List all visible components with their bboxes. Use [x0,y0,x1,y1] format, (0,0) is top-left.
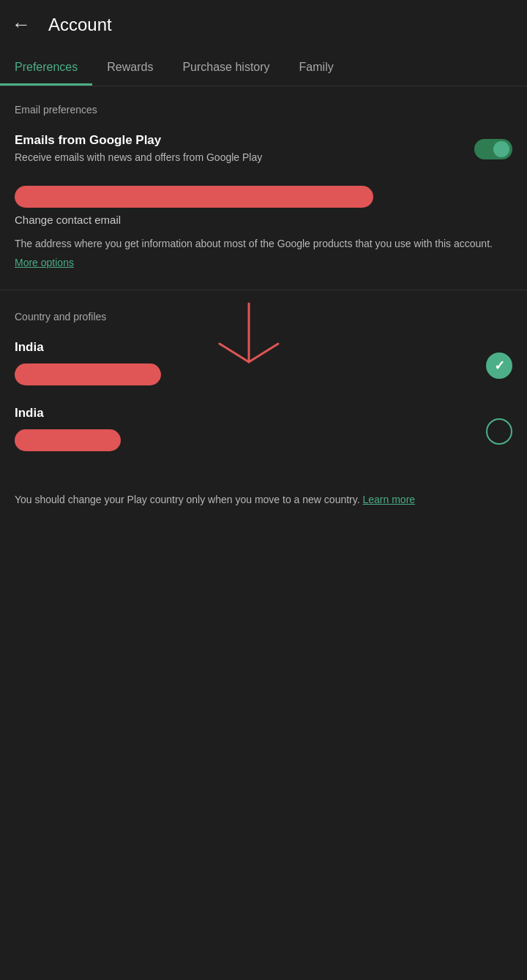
emails-from-play-text: Emails from Google Play Receive emails w… [15,133,474,165]
country-section-label: Country and profiles [15,311,512,323]
emails-from-play-desc: Receive emails with news and offers from… [15,151,463,165]
country-1-selected-icon [486,353,512,379]
country-2-info: India [15,406,486,457]
learn-more-link[interactable]: Learn more [363,494,416,505]
tabs-bar: Preferences Rewards Purchase history Fam… [0,49,527,86]
country-section: Country and profiles India India [0,296,527,480]
emails-from-play-row: Emails from Google Play Receive emails w… [15,121,512,177]
contact-info-text: The address where you get information ab… [15,236,512,252]
emails-toggle[interactable] [474,139,512,159]
country-1-name: India [15,340,486,355]
tab-purchase-history[interactable]: Purchase history [168,49,284,86]
bottom-note: You should change your Play country only… [0,480,527,522]
country-row-1[interactable]: India [15,334,512,400]
tab-rewards[interactable]: Rewards [92,49,168,86]
more-options-link[interactable]: More options [15,257,74,268]
section-divider [0,290,527,290]
bottom-note-text: You should change your Play country only… [15,494,360,505]
tab-family[interactable]: Family [285,49,348,86]
page-title: Account [48,15,112,35]
redacted-email [15,186,373,208]
change-contact-label: Change contact email [15,214,512,226]
tab-preferences[interactable]: Preferences [0,49,92,86]
country-2-unselected-icon [486,418,512,445]
country-1-info: India [15,340,486,391]
country-2-name: India [15,406,486,421]
redacted-country-2-detail [15,429,121,451]
emails-from-play-title: Emails from Google Play [15,133,463,148]
content-area: Email preferences Emails from Google Pla… [0,86,527,522]
back-button[interactable]: ← [12,13,31,36]
country-row-2[interactable]: India [15,400,512,466]
email-section-label: Email preferences [0,86,527,121]
redacted-country-1-detail [15,363,161,385]
header: ← Account [0,0,527,49]
email-preferences-section: Emails from Google Play Receive emails w… [0,121,527,284]
